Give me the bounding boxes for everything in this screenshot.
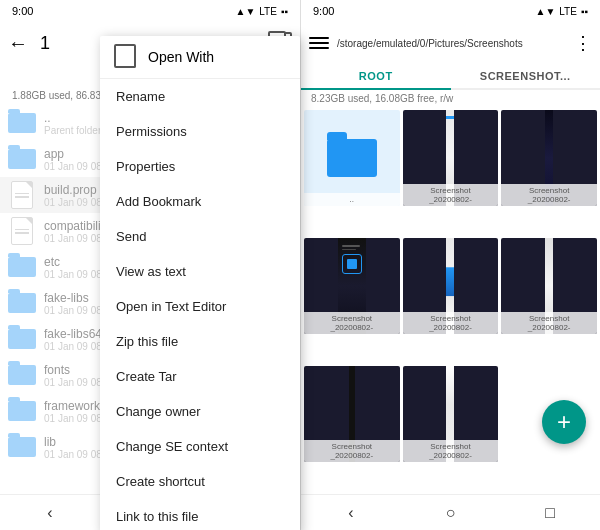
doc-icon (8, 183, 36, 207)
left-status-icons: ▲▼ LTE ▪▪ (236, 6, 289, 17)
right-tabs: ROOT SCREENSHOT... (301, 64, 600, 90)
grid-cell-screenshot-7[interactable]: Screenshot_20200802- (403, 366, 499, 462)
more-button[interactable]: ⋮ (574, 32, 592, 54)
cell-label: Screenshot_20200802- (403, 312, 499, 334)
fab-button[interactable]: + (542, 400, 586, 444)
folder-icon (8, 399, 36, 423)
folder-count: 1 (40, 33, 50, 54)
grid-cell-screenshot-6[interactable]: Screenshot_20200802- (304, 366, 400, 462)
grid-cell-screenshot-5[interactable]: Screenshot_20200802- (501, 238, 597, 334)
right-recents-button[interactable]: □ (530, 504, 570, 522)
right-storage-info: 8.23GB used, 16.08GB free, r/w (301, 90, 600, 107)
menu-item-change-owner[interactable]: Change owner (100, 394, 300, 429)
menu-item-open-in-text-editor[interactable]: Open in Text Editor (100, 289, 300, 324)
cell-label: Screenshot_20200802- (501, 312, 597, 334)
folder-icon (8, 363, 36, 387)
big-folder-icon (327, 139, 377, 177)
menu-header-text: Open With (148, 49, 214, 65)
folder-icon (8, 435, 36, 459)
folder-icon (8, 255, 36, 279)
left-status-bar: 9:00 ▲▼ LTE ▪▪ (0, 0, 300, 22)
menu-item-create-shortcut[interactable]: Create shortcut (100, 464, 300, 499)
menu-item-permissions[interactable]: Permissions (100, 114, 300, 149)
cell-label: Screenshot_20200802- (501, 184, 597, 206)
menu-item-change-se[interactable]: Change SE context (100, 429, 300, 464)
left-time: 9:00 (12, 5, 33, 17)
folder-icon (8, 111, 36, 135)
right-toolbar: /storage/emulated/0/Pictures/Screenshots… (301, 22, 600, 64)
right-panel: 9:00 ▲▼ LTE ▪▪ /storage/emulated/0/Pictu… (300, 0, 600, 530)
menu-item-zip[interactable]: Zip this file (100, 324, 300, 359)
doc-icon (8, 219, 36, 243)
left-panel: 9:00 ▲▼ LTE ▪▪ ← 1 Open With Rename Perm… (0, 0, 300, 530)
right-time: 9:00 (313, 5, 334, 17)
menu-item-rename[interactable]: Rename (100, 79, 300, 114)
cell-label: Screenshot_20200802- (304, 440, 400, 462)
menu-header: Open With (100, 36, 300, 79)
folder-icon (8, 327, 36, 351)
folder-icon (8, 291, 36, 315)
grid-cell-screenshot-1[interactable]: Screenshot_20200802- (403, 110, 499, 206)
menu-item-create-tar[interactable]: Create Tar (100, 359, 300, 394)
cell-label: .. (304, 193, 400, 206)
right-battery-icon: ▪▪ (581, 6, 588, 17)
grid-cell-screenshot-2[interactable]: Screenshot_20200802- (501, 110, 597, 206)
cell-label: Screenshot_20200802- (403, 184, 499, 206)
cell-label: Screenshot_20200802- (403, 440, 499, 462)
context-menu: Open With Rename Permissions Properties … (100, 36, 300, 530)
signal-icon: ▲▼ (236, 6, 256, 17)
path-display: /storage/emulated/0/Pictures/Screenshots (337, 38, 566, 49)
grid-cell-screenshot-4[interactable]: Screenshot_20200802- (403, 238, 499, 334)
right-back-button[interactable]: ‹ (331, 504, 371, 522)
menu-item-send[interactable]: Send (100, 219, 300, 254)
lte-icon: LTE (259, 6, 277, 17)
right-status-bar: 9:00 ▲▼ LTE ▪▪ (301, 0, 600, 22)
menu-item-view-as-text[interactable]: View as text (100, 254, 300, 289)
back-button[interactable]: ← (8, 32, 28, 55)
right-home-button[interactable]: ○ (430, 504, 470, 522)
menu-item-link[interactable]: Link to this file (100, 499, 300, 530)
right-signal-icon: ▲▼ (536, 6, 556, 17)
tab-root[interactable]: ROOT (301, 64, 451, 90)
cell-label: Screenshot_20200802- (304, 312, 400, 334)
menu-item-add-bookmark[interactable]: Add Bookmark (100, 184, 300, 219)
grid-cell-parent[interactable]: .. (304, 110, 400, 206)
battery-icon: ▪▪ (281, 6, 288, 17)
menu-item-properties[interactable]: Properties (100, 149, 300, 184)
open-with-icon (116, 46, 136, 68)
hamburger-menu[interactable] (309, 37, 329, 49)
grid-cell-screenshot-3[interactable]: Screenshot_20200802- (304, 238, 400, 334)
right-status-icons: ▲▼ LTE ▪▪ (536, 6, 589, 17)
tab-screenshot[interactable]: SCREENSHOT... (451, 64, 601, 88)
right-bottom-nav: ‹ ○ □ (301, 494, 600, 530)
right-lte-icon: LTE (559, 6, 577, 17)
photo-grid: .. Screenshot_20200802- (301, 107, 600, 494)
back-nav-button[interactable]: ‹ (30, 504, 70, 522)
folder-icon (8, 147, 36, 171)
